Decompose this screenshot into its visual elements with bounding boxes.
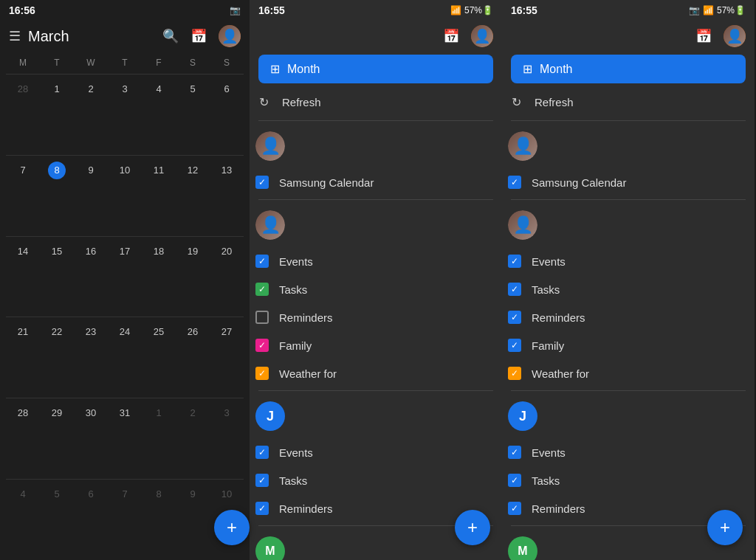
j-reminders-label-d1: Reminders [279, 502, 333, 515]
cal-cell[interactable]: 19 [176, 236, 210, 299]
checkbox-samsung-d1[interactable]: ✓ [255, 176, 269, 189]
cal-cell[interactable]: 11 [142, 155, 176, 218]
refresh-item-d2[interactable]: ↻ Refresh [502, 86, 755, 117]
status-icons-left: 📷 [230, 5, 241, 15]
reminders-item-d2[interactable]: ✓ Reminders [502, 303, 755, 331]
checkbox-j-reminders-d2[interactable]: ✓ [508, 502, 521, 515]
checkbox-tasks-d1[interactable]: ✓ [255, 283, 269, 296]
checkbox-family-d2[interactable]: ✓ [508, 339, 521, 352]
checkbox-j-tasks-d1[interactable]: ✓ [255, 474, 269, 487]
calendar-grid: 28 1 2 3 4 5 6 7 8 9 10 11 12 13 14 15 1… [0, 74, 250, 560]
day-label-f: F [142, 55, 176, 71]
refresh-icon-d1: ↻ [255, 94, 272, 110]
family-label-d1: Family [279, 339, 312, 352]
events-item-d2[interactable]: ✓ Events [502, 247, 755, 275]
reminders-item-d1[interactable]: Reminders [250, 303, 502, 331]
checkbox-j-reminders-d1[interactable]: ✓ [255, 502, 269, 515]
avatar[interactable]: 👤 [219, 25, 241, 47]
cal-cell[interactable]: 8 [142, 479, 176, 542]
j-tasks-item-d1[interactable]: ✓ Tasks [250, 466, 502, 494]
checkbox-weather-d2[interactable]: ✓ [508, 367, 521, 380]
events-item-d1[interactable]: ✓ Events [250, 247, 502, 275]
cal-cell-today[interactable]: 8 [40, 155, 74, 218]
cal-cell[interactable]: 4 [142, 74, 176, 136]
avatar-d1[interactable]: 👤 [471, 25, 493, 47]
cal-cell[interactable]: 2 [176, 398, 210, 460]
cal-cell[interactable]: 16 [74, 236, 108, 299]
weather-item-d1[interactable]: ✓ Weather for [250, 359, 502, 387]
cal-cell[interactable]: 3 [210, 398, 244, 460]
cal-cell[interactable]: 5 [176, 74, 210, 136]
cal-cell[interactable]: 27 [210, 317, 244, 379]
fab-button-d2[interactable]: + [707, 510, 743, 545]
samsung-item-d2[interactable]: ✓ Samsung Calendar [502, 168, 755, 196]
fab-button[interactable]: + [214, 510, 250, 545]
cal-cell[interactable]: 5 [40, 479, 74, 542]
cal-cell[interactable]: 13 [210, 155, 244, 218]
calendar-icon[interactable]: 📅 [190, 28, 207, 44]
checkbox-j-events-d2[interactable]: ✓ [508, 446, 521, 459]
calendar-icon-d1[interactable]: 📅 [443, 28, 459, 44]
cal-cell[interactable]: 12 [176, 155, 210, 218]
family-item-d1[interactable]: ✓ Family [250, 331, 502, 359]
cal-cell[interactable]: 24 [108, 317, 142, 379]
cal-cell[interactable]: 9 [176, 479, 210, 542]
checkbox-events-d1[interactable]: ✓ [255, 255, 269, 268]
cal-cell[interactable]: 22 [40, 317, 74, 379]
cal-cell[interactable]: 1 [142, 398, 176, 460]
cal-cell[interactable]: 23 [74, 317, 108, 379]
cal-cell[interactable]: 26 [176, 317, 210, 379]
j-tasks-item-d2[interactable]: ✓ Tasks [502, 466, 755, 494]
avatar-m-d2: M [508, 536, 537, 560]
cal-cell[interactable]: 6 [210, 74, 244, 136]
hamburger-icon[interactable]: ☰ [9, 28, 21, 44]
cal-cell[interactable]: 7 [108, 479, 142, 542]
calendar-icon-d2[interactable]: 📅 [695, 28, 712, 44]
cal-cell[interactable]: 2 [74, 74, 108, 136]
checkbox-weather-d1[interactable]: ✓ [255, 367, 269, 380]
cal-cell[interactable]: 31 [108, 398, 142, 460]
refresh-item-d1[interactable]: ↻ Refresh [250, 86, 502, 117]
j-events-item-d2[interactable]: ✓ Events [502, 438, 755, 466]
cal-cell[interactable]: 25 [142, 317, 176, 379]
dropdown-panel-1: 16:55 📶 57%🔋 📅 👤 ⊞ Month ↻ Refresh 👤 [250, 0, 502, 560]
cal-cell[interactable]: 20 [210, 236, 244, 299]
checkbox-reminders-d1[interactable] [255, 311, 269, 324]
search-icon[interactable]: 🔍 [162, 28, 179, 44]
tasks-item-d1[interactable]: ✓ Tasks [250, 275, 502, 303]
cal-cell[interactable]: 28 [6, 74, 40, 136]
cal-cell[interactable]: 7 [6, 155, 40, 218]
fab-button-d1[interactable]: + [455, 510, 490, 545]
user-j-item-d2: J [502, 394, 755, 438]
tasks-item-d2[interactable]: ✓ Tasks [502, 275, 755, 303]
cal-cell[interactable]: 1 [40, 74, 74, 136]
month-button-d1[interactable]: ⊞ Month [258, 55, 493, 83]
checkbox-events-d2[interactable]: ✓ [508, 255, 521, 268]
cal-cell[interactable]: 29 [40, 398, 74, 460]
cal-cell[interactable]: 18 [142, 236, 176, 299]
cal-cell[interactable]: 3 [108, 74, 142, 136]
cal-cell[interactable]: 28 [6, 398, 40, 460]
cal-cell[interactable]: 14 [6, 236, 40, 299]
cal-cell[interactable]: 15 [40, 236, 74, 299]
avatar-d2[interactable]: 👤 [724, 25, 746, 47]
checkbox-tasks-d2[interactable]: ✓ [508, 283, 521, 296]
weather-item-d2[interactable]: ✓ Weather for [502, 359, 755, 387]
cal-cell[interactable]: 10 [108, 155, 142, 218]
samsung-item-d1[interactable]: ✓ Samsung Calendar [250, 168, 502, 196]
cal-cell[interactable]: 17 [108, 236, 142, 299]
cal-cell[interactable]: 30 [74, 398, 108, 460]
dropdown-panel-2: 16:55 📷 📶 57%🔋 📅 👤 ⊞ Month ↻ Refresh 👤 [502, 0, 755, 560]
cal-cell[interactable]: 4 [6, 479, 40, 542]
cal-cell[interactable]: 21 [6, 317, 40, 379]
checkbox-family-d1[interactable]: ✓ [255, 339, 269, 352]
month-button-d2[interactable]: ⊞ Month [511, 55, 746, 83]
checkbox-reminders-d2[interactable]: ✓ [508, 311, 521, 324]
checkbox-j-events-d1[interactable]: ✓ [255, 446, 269, 459]
checkbox-j-tasks-d2[interactable]: ✓ [508, 474, 521, 487]
family-item-d2[interactable]: ✓ Family [502, 331, 755, 359]
checkbox-samsung-d2[interactable]: ✓ [508, 176, 521, 189]
cal-cell[interactable]: 6 [74, 479, 108, 542]
cal-cell[interactable]: 9 [74, 155, 108, 218]
j-events-item-d1[interactable]: ✓ Events [250, 438, 502, 466]
